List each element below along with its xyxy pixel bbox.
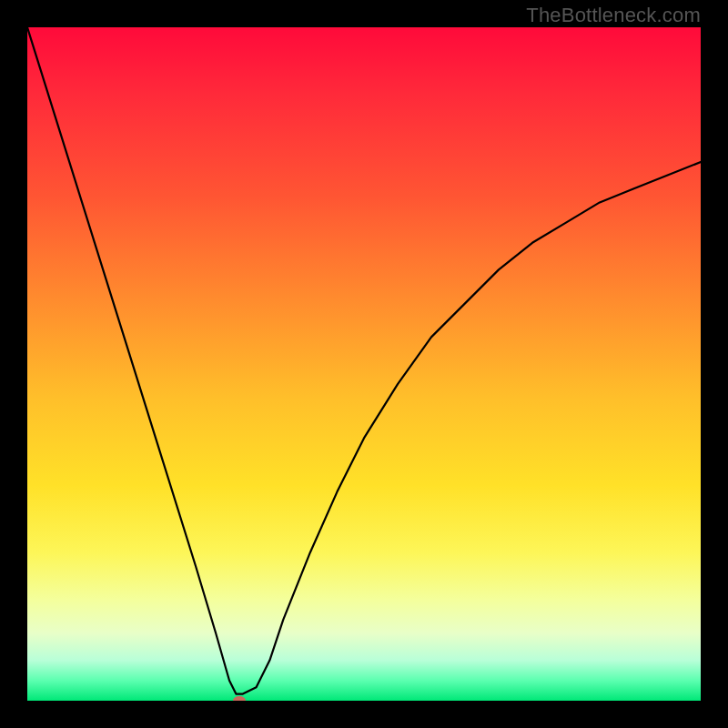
- bottleneck-curve: [27, 27, 701, 701]
- watermark-text: TheBottleneck.com: [526, 4, 701, 27]
- chart-area: [27, 27, 701, 701]
- minimum-marker: [233, 696, 246, 701]
